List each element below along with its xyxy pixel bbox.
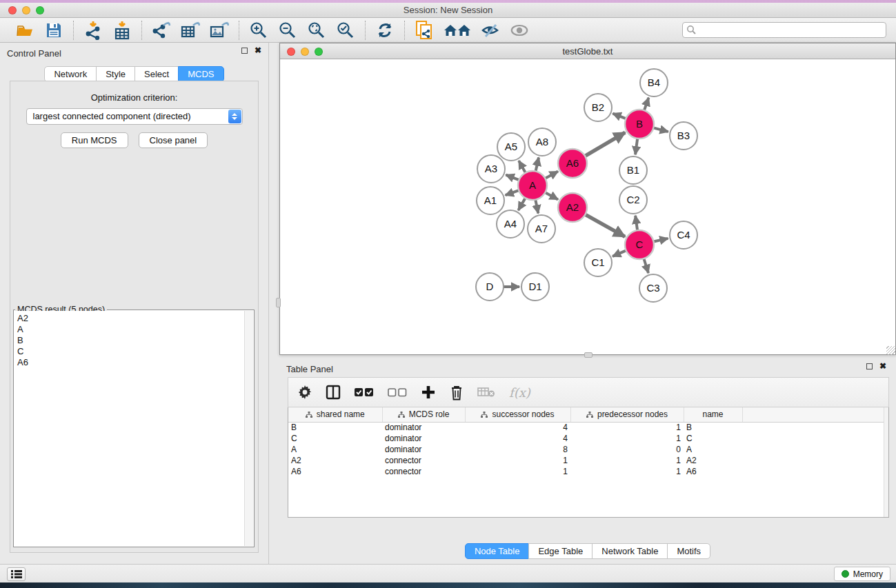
result-item[interactable]: A6 bbox=[17, 357, 244, 368]
graph-edge-A-A4[interactable] bbox=[518, 198, 525, 210]
refresh-layout-icon[interactable] bbox=[375, 21, 395, 40]
zoom-fit-icon[interactable] bbox=[307, 21, 326, 40]
graph-edge-A-A1[interactable] bbox=[506, 190, 519, 195]
close-panel-icon[interactable]: ✖ bbox=[255, 48, 261, 54]
graph-edge-A2-C[interactable] bbox=[585, 214, 625, 236]
table-cell[interactable]: 1 bbox=[465, 466, 570, 477]
graph-edge-A-A2[interactable] bbox=[545, 192, 558, 199]
tab-network-table[interactable]: Network Table bbox=[592, 543, 668, 559]
result-scrollbar[interactable] bbox=[244, 311, 253, 546]
table-cell[interactable]: 1 bbox=[570, 422, 684, 433]
graph-edge-A-A8[interactable] bbox=[536, 157, 539, 171]
graph-edge-B-B3[interactable] bbox=[653, 128, 668, 132]
save-session-icon[interactable] bbox=[44, 21, 63, 40]
table-cell[interactable]: A2 bbox=[288, 455, 382, 466]
result-item[interactable]: A2 bbox=[17, 313, 244, 324]
result-item[interactable]: C bbox=[17, 346, 244, 357]
open-file-icon[interactable] bbox=[15, 21, 34, 40]
export-image-icon[interactable] bbox=[210, 21, 229, 40]
graph-edge-C-C1[interactable] bbox=[613, 250, 626, 256]
table-cell[interactable]: dominator bbox=[382, 433, 465, 444]
import-table-icon[interactable] bbox=[112, 21, 132, 40]
delete-column-icon[interactable] bbox=[450, 385, 464, 401]
tab-network[interactable]: Network bbox=[44, 66, 97, 82]
table-cell[interactable]: 0 bbox=[570, 444, 684, 455]
export-table-icon[interactable] bbox=[181, 21, 200, 40]
export-network-icon[interactable] bbox=[152, 21, 171, 40]
zoom-selected-icon[interactable] bbox=[336, 21, 355, 40]
table-cell[interactable]: 1 bbox=[465, 455, 570, 466]
table-row[interactable]: A6connector11A6 bbox=[288, 466, 888, 477]
tab-motifs[interactable]: Motifs bbox=[667, 543, 710, 559]
table-cell[interactable]: C bbox=[684, 433, 742, 444]
graph-edge-B-B4[interactable] bbox=[644, 98, 648, 110]
table-cell[interactable]: C bbox=[288, 433, 382, 444]
table-scrollbar[interactable] bbox=[884, 407, 888, 517]
table-cell[interactable]: B bbox=[684, 422, 742, 433]
show-eye-icon[interactable] bbox=[510, 21, 529, 40]
tab-mcds[interactable]: MCDS bbox=[178, 66, 223, 82]
graph-edge-A-A5[interactable] bbox=[519, 161, 526, 173]
column-header-name[interactable]: name bbox=[684, 407, 742, 422]
gear-icon[interactable] bbox=[298, 385, 312, 399]
table-row[interactable]: A2connector11A2 bbox=[288, 455, 888, 466]
tab-select[interactable]: Select bbox=[135, 66, 179, 82]
table-cell[interactable]: 8 bbox=[465, 444, 570, 455]
task-history-button[interactable] bbox=[7, 567, 26, 581]
hide-eye-icon[interactable] bbox=[481, 21, 500, 40]
tab-edge-table[interactable]: Edge Table bbox=[528, 543, 593, 559]
table-cell[interactable]: connector bbox=[382, 455, 465, 466]
table-cell[interactable]: dominator bbox=[382, 444, 465, 455]
resize-grip-icon[interactable] bbox=[886, 346, 895, 355]
add-column-icon[interactable] bbox=[421, 385, 436, 400]
column-header-MCDS-role[interactable]: MCDS role bbox=[382, 407, 465, 422]
table-cell[interactable]: dominator bbox=[382, 422, 465, 433]
network-document-icon[interactable] bbox=[415, 21, 434, 40]
network-horizontal-scrollbar-thumb[interactable] bbox=[584, 352, 593, 358]
graph-edge-C-C4[interactable] bbox=[654, 239, 668, 242]
table-cell[interactable]: 1 bbox=[570, 466, 684, 477]
column-header-shared-name[interactable]: shared name bbox=[288, 407, 382, 422]
zoom-in-icon[interactable] bbox=[249, 21, 268, 40]
table-row[interactable]: Cdominator41C bbox=[288, 433, 888, 444]
network-canvas[interactable]: B4B2BB3A5A8A6A3B1AA1C2A2A4A7C4CC1C3DD1 bbox=[280, 59, 895, 354]
graph-edge-A-A3[interactable] bbox=[506, 175, 519, 181]
graph-edge-A-A6[interactable] bbox=[545, 172, 558, 179]
column-header-predecessor-nodes[interactable]: predecessor nodes bbox=[570, 407, 684, 422]
graph-edge-B-B2[interactable] bbox=[613, 114, 626, 119]
table-cell[interactable]: 4 bbox=[465, 433, 570, 444]
import-network-icon[interactable] bbox=[83, 21, 103, 40]
graph-edge-A-A7[interactable] bbox=[535, 200, 538, 214]
table-cell[interactable]: A bbox=[288, 444, 382, 455]
table-close-panel-icon[interactable]: ✖ bbox=[879, 363, 886, 369]
table-row[interactable]: Bdominator41B bbox=[288, 422, 888, 433]
float-panel-icon[interactable] bbox=[241, 48, 248, 54]
run-mcds-button[interactable]: Run MCDS bbox=[61, 132, 128, 148]
table-cell[interactable]: B bbox=[288, 422, 382, 433]
criterion-select[interactable]: largest connected component (directed) bbox=[26, 108, 243, 125]
graph-edge-A6-B[interactable] bbox=[585, 132, 625, 156]
tab-node-table[interactable]: Node Table bbox=[465, 543, 530, 559]
table-cell[interactable]: 1 bbox=[570, 455, 684, 466]
table-cell[interactable]: connector bbox=[382, 466, 465, 477]
graph-edge-C-C3[interactable] bbox=[644, 258, 648, 273]
close-panel-button[interactable]: Close panel bbox=[139, 132, 208, 148]
split-column-icon[interactable] bbox=[326, 385, 341, 400]
table-cell[interactable]: A6 bbox=[684, 466, 742, 477]
deselect-all-icon[interactable] bbox=[388, 388, 407, 397]
graph-edge-C-C2[interactable] bbox=[635, 216, 637, 230]
table-cell[interactable]: A6 bbox=[288, 466, 382, 477]
search-input[interactable] bbox=[682, 22, 886, 38]
result-item[interactable]: B bbox=[17, 335, 244, 346]
select-all-icon[interactable] bbox=[355, 388, 374, 397]
result-item[interactable]: A bbox=[17, 324, 244, 335]
table-cell[interactable]: 1 bbox=[570, 433, 684, 444]
table-row[interactable]: Adominator80A bbox=[288, 444, 888, 455]
network-vertical-scrollbar-thumb[interactable] bbox=[276, 298, 281, 307]
table-cell[interactable]: A bbox=[684, 444, 742, 455]
column-header-successor-nodes[interactable]: successor nodes bbox=[465, 407, 570, 422]
zoom-out-icon[interactable] bbox=[278, 21, 297, 40]
table-cell[interactable]: 4 bbox=[465, 422, 570, 433]
table-cell[interactable]: A2 bbox=[684, 455, 742, 466]
memory-button[interactable]: Memory bbox=[834, 567, 890, 581]
